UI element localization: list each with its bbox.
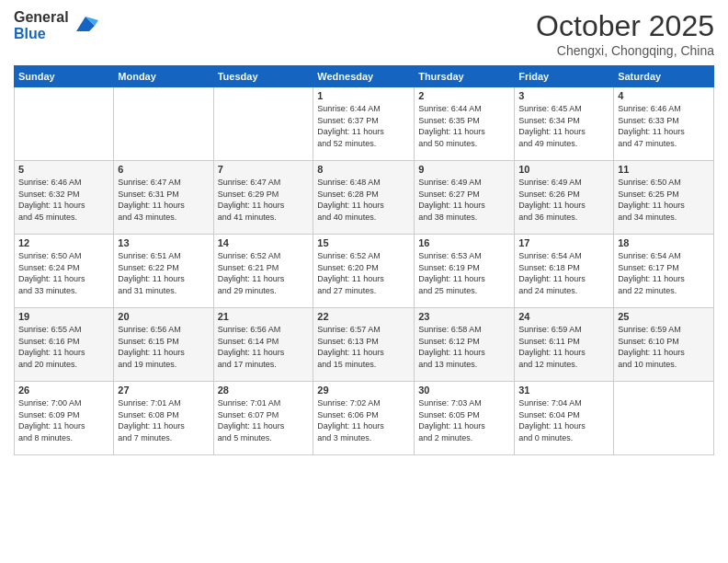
day-number: 28 [218, 385, 310, 396]
day-info: Sunrise: 6:50 AM Sunset: 6:25 PM Dayligh… [618, 177, 710, 223]
day-number: 31 [518, 385, 609, 396]
logo-icon [73, 13, 98, 39]
day-info: Sunrise: 6:50 AM Sunset: 6:24 PM Dayligh… [18, 250, 109, 296]
calendar-cell: 1Sunrise: 6:44 AM Sunset: 6:37 PM Daylig… [313, 87, 415, 161]
calendar-cell: 21Sunrise: 6:56 AM Sunset: 6:14 PM Dayli… [213, 308, 313, 382]
weekday-header-monday: Monday [114, 66, 213, 87]
day-info: Sunrise: 7:04 AM Sunset: 6:04 PM Dayligh… [518, 397, 609, 443]
calendar-week-5: 26Sunrise: 7:00 AM Sunset: 6:09 PM Dayli… [15, 382, 714, 455]
calendar-cell: 16Sunrise: 6:53 AM Sunset: 6:19 PM Dayli… [415, 235, 515, 308]
calendar-cell: 26Sunrise: 7:00 AM Sunset: 6:09 PM Dayli… [15, 382, 114, 455]
day-number: 9 [418, 164, 510, 175]
day-number: 18 [618, 237, 710, 248]
weekday-header-row: SundayMondayTuesdayWednesdayThursdayFrid… [15, 66, 714, 87]
day-number: 16 [418, 237, 510, 248]
day-info: Sunrise: 6:53 AM Sunset: 6:19 PM Dayligh… [418, 250, 510, 296]
calendar-cell: 14Sunrise: 6:52 AM Sunset: 6:21 PM Dayli… [213, 235, 313, 308]
day-info: Sunrise: 6:48 AM Sunset: 6:28 PM Dayligh… [317, 177, 410, 223]
day-info: Sunrise: 6:57 AM Sunset: 6:13 PM Dayligh… [317, 324, 410, 370]
day-number: 5 [18, 164, 109, 175]
day-info: Sunrise: 7:03 AM Sunset: 6:05 PM Dayligh… [418, 397, 510, 443]
day-number: 29 [317, 385, 410, 396]
weekday-header-thursday: Thursday [415, 66, 515, 87]
day-number: 26 [18, 385, 109, 396]
location-subtitle: Chengxi, Chongqing, China [536, 43, 714, 58]
calendar-week-2: 5Sunrise: 6:46 AM Sunset: 6:32 PM Daylig… [15, 161, 714, 235]
day-number: 1 [317, 90, 410, 101]
day-info: Sunrise: 6:54 AM Sunset: 6:17 PM Dayligh… [618, 250, 710, 296]
day-info: Sunrise: 6:44 AM Sunset: 6:37 PM Dayligh… [317, 103, 410, 149]
calendar-cell: 27Sunrise: 7:01 AM Sunset: 6:08 PM Dayli… [114, 382, 213, 455]
calendar-cell: 5Sunrise: 6:46 AM Sunset: 6:32 PM Daylig… [15, 161, 114, 235]
calendar-cell: 9Sunrise: 6:49 AM Sunset: 6:27 PM Daylig… [415, 161, 515, 235]
calendar-cell: 18Sunrise: 6:54 AM Sunset: 6:17 PM Dayli… [614, 235, 714, 308]
day-info: Sunrise: 6:56 AM Sunset: 6:14 PM Dayligh… [218, 324, 310, 370]
day-number: 23 [418, 311, 510, 322]
day-number: 3 [518, 90, 609, 101]
day-info: Sunrise: 7:01 AM Sunset: 6:08 PM Dayligh… [118, 397, 209, 443]
calendar-cell [614, 382, 714, 455]
calendar-cell: 3Sunrise: 6:45 AM Sunset: 6:34 PM Daylig… [515, 87, 614, 161]
day-info: Sunrise: 6:51 AM Sunset: 6:22 PM Dayligh… [118, 250, 209, 296]
day-info: Sunrise: 6:47 AM Sunset: 6:29 PM Dayligh… [218, 177, 310, 223]
day-number: 7 [218, 164, 310, 175]
day-number: 24 [518, 311, 609, 322]
calendar-cell: 23Sunrise: 6:58 AM Sunset: 6:12 PM Dayli… [415, 308, 515, 382]
day-info: Sunrise: 6:46 AM Sunset: 6:33 PM Dayligh… [618, 103, 710, 149]
calendar-week-1: 1Sunrise: 6:44 AM Sunset: 6:37 PM Daylig… [15, 87, 714, 161]
calendar-table: SundayMondayTuesdayWednesdayThursdayFrid… [14, 65, 714, 455]
header: General Blue October 2025 Chengxi, Chong… [14, 9, 714, 58]
calendar-cell: 12Sunrise: 6:50 AM Sunset: 6:24 PM Dayli… [15, 235, 114, 308]
day-number: 6 [118, 164, 209, 175]
day-number: 8 [317, 164, 410, 175]
day-info: Sunrise: 6:49 AM Sunset: 6:26 PM Dayligh… [518, 177, 609, 223]
calendar-cell: 10Sunrise: 6:49 AM Sunset: 6:26 PM Dayli… [515, 161, 614, 235]
calendar-cell: 31Sunrise: 7:04 AM Sunset: 6:04 PM Dayli… [515, 382, 614, 455]
weekday-header-saturday: Saturday [614, 66, 714, 87]
day-info: Sunrise: 6:59 AM Sunset: 6:10 PM Dayligh… [618, 324, 710, 370]
day-number: 27 [118, 385, 209, 396]
day-info: Sunrise: 6:55 AM Sunset: 6:16 PM Dayligh… [18, 324, 109, 370]
calendar-cell [114, 87, 213, 161]
calendar-week-4: 19Sunrise: 6:55 AM Sunset: 6:16 PM Dayli… [15, 308, 714, 382]
calendar-week-3: 12Sunrise: 6:50 AM Sunset: 6:24 PM Dayli… [15, 235, 714, 308]
title-section: October 2025 Chengxi, Chongqing, China [536, 9, 714, 58]
weekday-header-wednesday: Wednesday [313, 66, 415, 87]
calendar-cell: 28Sunrise: 7:01 AM Sunset: 6:07 PM Dayli… [213, 382, 313, 455]
day-number: 22 [317, 311, 410, 322]
day-number: 21 [218, 311, 310, 322]
calendar-cell: 8Sunrise: 6:48 AM Sunset: 6:28 PM Daylig… [313, 161, 415, 235]
day-number: 10 [518, 164, 609, 175]
day-number: 4 [618, 90, 710, 101]
weekday-header-sunday: Sunday [15, 66, 114, 87]
day-info: Sunrise: 7:00 AM Sunset: 6:09 PM Dayligh… [18, 397, 109, 443]
day-number: 19 [18, 311, 109, 322]
calendar-cell: 20Sunrise: 6:56 AM Sunset: 6:15 PM Dayli… [114, 308, 213, 382]
weekday-header-friday: Friday [515, 66, 614, 87]
calendar-cell: 30Sunrise: 7:03 AM Sunset: 6:05 PM Dayli… [415, 382, 515, 455]
day-number: 13 [118, 237, 209, 248]
calendar-cell: 22Sunrise: 6:57 AM Sunset: 6:13 PM Dayli… [313, 308, 415, 382]
day-info: Sunrise: 6:58 AM Sunset: 6:12 PM Dayligh… [418, 324, 510, 370]
day-number: 20 [118, 311, 209, 322]
day-info: Sunrise: 6:46 AM Sunset: 6:32 PM Dayligh… [18, 177, 109, 223]
calendar-cell: 7Sunrise: 6:47 AM Sunset: 6:29 PM Daylig… [213, 161, 313, 235]
day-number: 30 [418, 385, 510, 396]
logo-text: General Blue [14, 9, 69, 41]
calendar-cell: 17Sunrise: 6:54 AM Sunset: 6:18 PM Dayli… [515, 235, 614, 308]
day-info: Sunrise: 6:45 AM Sunset: 6:34 PM Dayligh… [518, 103, 609, 149]
calendar-cell: 15Sunrise: 6:52 AM Sunset: 6:20 PM Dayli… [313, 235, 415, 308]
day-info: Sunrise: 6:44 AM Sunset: 6:35 PM Dayligh… [418, 103, 510, 149]
day-number: 11 [618, 164, 710, 175]
calendar-cell: 2Sunrise: 6:44 AM Sunset: 6:35 PM Daylig… [415, 87, 515, 161]
day-info: Sunrise: 7:01 AM Sunset: 6:07 PM Dayligh… [218, 397, 310, 443]
calendar-cell: 19Sunrise: 6:55 AM Sunset: 6:16 PM Dayli… [15, 308, 114, 382]
day-number: 15 [317, 237, 410, 248]
day-number: 17 [518, 237, 609, 248]
day-number: 2 [418, 90, 510, 101]
day-info: Sunrise: 6:52 AM Sunset: 6:21 PM Dayligh… [218, 250, 310, 296]
calendar-cell: 24Sunrise: 6:59 AM Sunset: 6:11 PM Dayli… [515, 308, 614, 382]
logo-general: General [14, 9, 69, 26]
calendar-cell [213, 87, 313, 161]
calendar-cell: 13Sunrise: 6:51 AM Sunset: 6:22 PM Dayli… [114, 235, 213, 308]
